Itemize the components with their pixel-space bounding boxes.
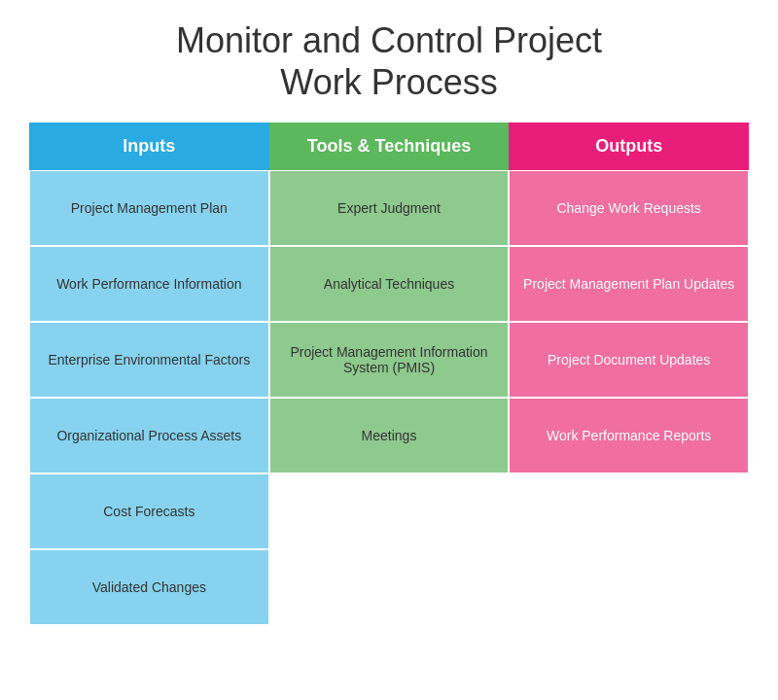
tool-row-5-empty <box>269 473 510 549</box>
input-row-4: Organizational Process Assets <box>29 398 269 473</box>
input-row-5: Cost Forecasts <box>29 473 269 549</box>
input-row-6: Validated Changes <box>29 549 269 625</box>
main-table: Inputs Tools & Techniques Outputs Projec… <box>29 122 749 625</box>
tool-row-4: Meetings <box>269 398 510 473</box>
tool-row-2: Analytical Techniques <box>269 246 510 322</box>
input-row-3: Enterprise Environmental Factors <box>29 322 269 398</box>
header-outputs: Outputs <box>509 122 749 170</box>
input-row-2: Work Performance Information <box>29 246 269 322</box>
input-row-1: Project Management Plan <box>29 170 269 246</box>
output-row-1: Change Work Requests <box>509 170 749 246</box>
tool-row-3: Project Management Information System (P… <box>269 322 510 398</box>
tool-row-1: Expert Judgment <box>269 170 510 246</box>
output-row-5-empty <box>509 473 749 549</box>
tool-row-6-empty <box>269 549 510 625</box>
output-row-4: Work Performance Reports <box>509 398 749 473</box>
page-title: Monitor and Control Project Work Process <box>176 19 602 103</box>
header-tools: Tools & Techniques <box>269 122 510 170</box>
table-grid: Inputs Tools & Techniques Outputs Projec… <box>29 122 749 625</box>
output-row-2: Project Management Plan Updates <box>509 246 749 322</box>
output-row-6-empty <box>509 549 749 625</box>
output-row-3: Project Document Updates <box>509 322 749 398</box>
header-inputs: Inputs <box>29 122 269 170</box>
